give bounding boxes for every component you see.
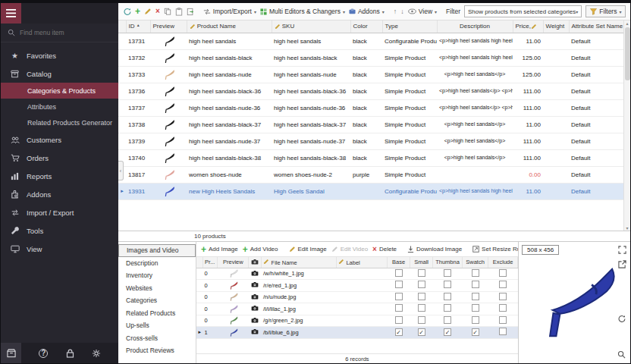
col-header-id[interactable]: ID ▲ [126, 20, 150, 33]
mcell-position[interactable]: 0 [203, 291, 218, 303]
media-row[interactable]: 0 /l/i/lilac_1.jpg [196, 303, 518, 315]
mcell-label[interactable] [337, 315, 388, 327]
sidebar-item-customers[interactable]: Customers [1, 130, 118, 149]
scroll-up-icon[interactable]: ▴ [626, 20, 628, 26]
row-expander[interactable] [118, 83, 126, 99]
swatch-checkbox[interactable] [472, 293, 479, 300]
product-row[interactable]: 13737 high heel sandals-nude-36 high hee… [118, 99, 625, 116]
cell-price[interactable]: 111.00 [513, 83, 543, 99]
tab-product-reviews[interactable]: Product Reviews [118, 344, 196, 357]
sidebar-item-catalog[interactable]: Catalog [1, 64, 118, 83]
cell-product-name[interactable]: women shoes-nude [187, 166, 272, 183]
mcell-file-name[interactable]: /b/l/blue_6.jpg [262, 327, 337, 339]
small-checkbox[interactable] [418, 293, 425, 300]
add-product-button[interactable]: + [135, 7, 140, 16]
row-expander[interactable]: ▸ [118, 183, 126, 199]
mcol-header-exclude[interactable]: Exclude [488, 257, 518, 268]
exclude-checkbox[interactable] [499, 269, 507, 277]
col-header-type[interactable]: Type [382, 20, 437, 33]
cell-sku[interactable]: women shoes-nude-2 [272, 166, 350, 183]
sidebar-item-attributes[interactable]: Attributes [1, 99, 118, 115]
col-header-description[interactable]: Description [437, 20, 513, 33]
sidebar-item-favorites[interactable]: ★ Favorites [1, 46, 118, 64]
product-row[interactable]: 13736 high heel sandals-black-36 high he… [118, 83, 625, 99]
row-expander[interactable] [118, 133, 126, 149]
sort-descending-button[interactable]: ↓ [400, 8, 404, 15]
mcell-label[interactable] [337, 327, 388, 339]
cell-product-name[interactable]: high heel sandals-black-37 [187, 116, 272, 133]
store-button[interactable] [1, 343, 21, 363]
mcell-position[interactable]: 0 [203, 280, 218, 292]
cell-sku[interactable]: high heel sandals [272, 33, 350, 49]
small-checkbox[interactable] [418, 269, 425, 277]
mcol-header-label[interactable]: Label [337, 257, 388, 268]
sidebar-item-import-export[interactable]: Import / Export [1, 203, 118, 221]
multi-editors-menu-button[interactable]: Multi Editors & Changers ▾ [260, 8, 345, 15]
base-checkbox[interactable] [395, 281, 403, 288]
small-checkbox[interactable] [418, 328, 425, 336]
mcell-file-name[interactable]: /n/u/nude.jpg [262, 291, 337, 303]
mcell-label[interactable] [337, 280, 388, 292]
col-header-preview[interactable]: Preview [150, 20, 187, 33]
mcol-header-file-name[interactable]: File Name [262, 257, 337, 268]
row-expander[interactable] [118, 116, 126, 133]
cell-sku[interactable]: high heel sandals-nude-36 [272, 99, 350, 116]
thumbnail-checkbox[interactable] [444, 281, 451, 288]
cell-product-name[interactable]: new High Heels Sandals [187, 183, 272, 199]
media-row[interactable]: 0 /w/h/white_1.jpg [196, 268, 518, 280]
cell-price[interactable]: 111.00 [513, 133, 543, 149]
edit-video-button[interactable]: Edit Video [331, 246, 368, 253]
col-header-color[interactable]: Color [350, 20, 382, 33]
media-row[interactable]: 0 /n/u/nude.jpg [196, 291, 518, 303]
thumbnail-checkbox[interactable] [444, 293, 451, 300]
mcell-label[interactable] [337, 303, 388, 315]
mcol-header-base[interactable]: Base [387, 257, 410, 268]
col-header-weight[interactable]: Weight [543, 20, 569, 33]
small-checkbox[interactable] [418, 304, 425, 312]
filter-mode-select[interactable]: Show products from selected categories ▾ [464, 5, 582, 17]
cell-product-name[interactable]: high heel sandals-nude-37 [187, 133, 272, 149]
exclude-checkbox[interactable] [499, 316, 507, 324]
addons-menu-button[interactable]: Addons ▾ [349, 8, 385, 15]
mcell-file-name[interactable]: /g/r/green_2.jpg [262, 315, 337, 327]
vertical-scrollbar[interactable]: ▴ ▾ [623, 20, 630, 231]
cell-price[interactable]: 11.00 [513, 183, 543, 199]
small-checkbox[interactable] [418, 316, 425, 324]
thumbnail-checkbox[interactable] [444, 316, 451, 324]
product-row[interactable]: 13738 high heel sandals-black-37 high he… [118, 116, 625, 133]
tab-description[interactable]: Description [118, 257, 196, 270]
sidebar-item-categories-products[interactable]: Categories & Products [1, 83, 118, 99]
mcell-position[interactable]: 0 [203, 315, 218, 327]
sidebar-item-addons[interactable]: Addons [1, 185, 118, 203]
mcell-position[interactable]: 1 [203, 327, 218, 339]
cell-price[interactable]: 11.00 [513, 116, 543, 133]
exclude-checkbox[interactable] [499, 328, 507, 335]
swatch-checkbox[interactable] [472, 304, 479, 312]
base-checkbox[interactable] [395, 304, 403, 312]
lock-button[interactable] [66, 349, 74, 358]
import-export-menu-button[interactable]: Import/Export ▾ [203, 8, 256, 15]
product-row[interactable]: 13740 high heel sandals-black-38 high he… [118, 149, 625, 166]
cell-product-name[interactable]: high heel sandals-black-36 [187, 83, 272, 99]
base-checkbox[interactable] [395, 328, 403, 336]
media-row[interactable]: ▸ 1 /b/l/blue_6.jpg [196, 327, 518, 339]
sort-ascending-button[interactable]: ↑ [394, 8, 397, 15]
cell-product-name[interactable]: high heel sandals-nude [187, 66, 272, 83]
view-menu-button[interactable]: View ▾ [408, 8, 437, 15]
sidebar-item-orders[interactable]: Orders [1, 149, 118, 167]
tab-cross-sells[interactable]: Cross-sells [118, 332, 196, 345]
mcell-label[interactable] [337, 291, 388, 303]
mcell-position[interactable]: 0 [203, 268, 218, 280]
cell-price[interactable]: 125.00 [513, 66, 543, 83]
fullscreen-button[interactable] [618, 246, 626, 254]
tab-up-sells[interactable]: Up-sells [118, 319, 196, 332]
product-row[interactable]: ▸ 13931 new High Heels Sandals High Geel… [118, 183, 625, 199]
col-header-attribute-set[interactable]: Attribute Set Name [569, 20, 625, 33]
scrollbar-thumb[interactable] [625, 27, 630, 80]
edit-product-button[interactable] [144, 8, 152, 15]
row-expander[interactable] [118, 99, 126, 116]
cell-price[interactable]: 11.00 [513, 33, 543, 49]
col-header-price[interactable]: Price, [513, 20, 543, 33]
small-checkbox[interactable] [418, 281, 425, 288]
row-expander[interactable] [118, 49, 126, 66]
